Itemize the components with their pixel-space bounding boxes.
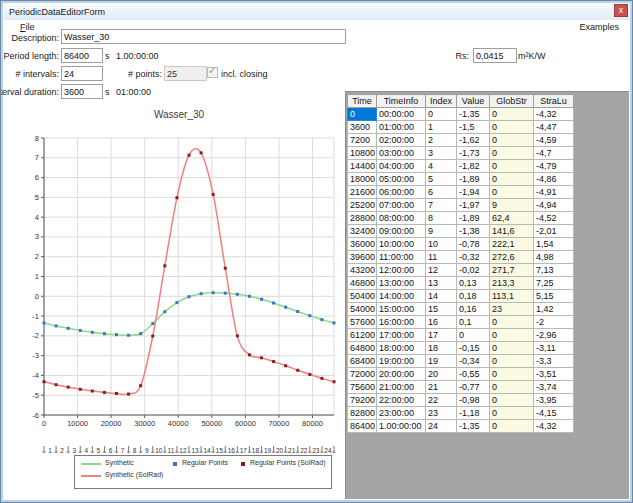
table-cell[interactable]: 1.00:00:00 (377, 420, 426, 433)
table-cell[interactable]: 18:00:00 (377, 342, 426, 355)
table-cell[interactable]: -4,32 (534, 420, 574, 433)
table-cell[interactable]: 43200 (348, 264, 377, 277)
table-cell[interactable]: 9 (490, 199, 534, 212)
table-cell[interactable]: 1,54 (534, 238, 574, 251)
menu-item-file[interactable]: File (20, 22, 35, 32)
table-cell[interactable]: 3600 (348, 121, 377, 134)
num-intervals-input[interactable] (61, 66, 103, 81)
table-cell[interactable]: 21:00:00 (377, 381, 426, 394)
table-cell[interactable]: 12 (426, 264, 457, 277)
table-cell[interactable]: 22:00:00 (377, 394, 426, 407)
table-cell[interactable]: 61200 (348, 329, 377, 342)
table-cell[interactable]: 141,6 (490, 225, 534, 238)
table-cell[interactable]: 0 (457, 329, 490, 342)
table-cell[interactable]: -1,82 (457, 160, 490, 173)
table-cell[interactable]: -4,86 (534, 173, 574, 186)
table-cell[interactable]: 0 (490, 147, 534, 160)
table-cell[interactable]: 7200 (348, 134, 377, 147)
table-cell[interactable]: 10:00:00 (377, 238, 426, 251)
table-cell[interactable]: 0,1 (457, 316, 490, 329)
table-cell[interactable]: 10 (426, 238, 457, 251)
column-header-time[interactable]: Time (348, 95, 377, 108)
table-cell[interactable]: 22 (426, 394, 457, 407)
table-cell[interactable]: 0 (490, 394, 534, 407)
table-cell[interactable]: 62,4 (490, 212, 534, 225)
table-cell[interactable]: 0 (490, 368, 534, 381)
table-cell[interactable]: -1,89 (457, 212, 490, 225)
table-cell[interactable]: -3,74 (534, 381, 574, 394)
table-cell[interactable]: 57600 (348, 316, 377, 329)
table-cell[interactable]: 271,7 (490, 264, 534, 277)
table-cell[interactable]: -1,89 (457, 173, 490, 186)
table-cell[interactable]: 0 (490, 160, 534, 173)
table-cell[interactable]: -4,91 (534, 186, 574, 199)
table-cell[interactable]: -1,35 (457, 420, 490, 433)
table-cell[interactable]: 19:00:00 (377, 355, 426, 368)
table-cell[interactable]: -0,02 (457, 264, 490, 277)
description-input[interactable] (61, 29, 346, 44)
table-cell[interactable]: 0 (490, 407, 534, 420)
column-header-stralu[interactable]: StraLu (534, 95, 574, 108)
table-cell[interactable]: 7,13 (534, 264, 574, 277)
table-cell[interactable]: 7 (426, 199, 457, 212)
table-cell[interactable]: -1,73 (457, 147, 490, 160)
table-cell[interactable]: 03:00:00 (377, 147, 426, 160)
table-cell[interactable]: -0,32 (457, 251, 490, 264)
table-cell[interactable]: -1,5 (457, 121, 490, 134)
table-cell[interactable]: 4 (426, 160, 457, 173)
table-cell[interactable]: 113,1 (490, 290, 534, 303)
close-button[interactable]: x (614, 4, 628, 17)
table-cell[interactable]: 36000 (348, 238, 377, 251)
table-cell[interactable]: -1,18 (457, 407, 490, 420)
table-cell[interactable]: 20 (426, 368, 457, 381)
table-cell[interactable]: -4,32 (534, 108, 574, 121)
column-header-globstr[interactable]: GlobStr (490, 95, 534, 108)
table-cell[interactable]: 0 (490, 186, 534, 199)
table-cell[interactable]: 08:00:00 (377, 212, 426, 225)
table-cell[interactable]: 0 (490, 108, 534, 121)
table-cell[interactable]: 0 (490, 173, 534, 186)
table-cell[interactable]: 213,3 (490, 277, 534, 290)
table-cell[interactable]: 0 (348, 108, 377, 121)
rs-input[interactable] (473, 48, 517, 63)
table-cell[interactable]: 39600 (348, 251, 377, 264)
table-cell[interactable]: 3 (426, 147, 457, 160)
table-cell[interactable]: -3,3 (534, 355, 574, 368)
table-cell[interactable]: 15 (426, 303, 457, 316)
table-cell[interactable]: 14 (426, 290, 457, 303)
table-cell[interactable]: 07:00:00 (377, 199, 426, 212)
table-cell[interactable]: 5,15 (534, 290, 574, 303)
table-cell[interactable]: 18 (426, 342, 457, 355)
table-cell[interactable]: 32400 (348, 225, 377, 238)
table-cell[interactable]: -1,38 (457, 225, 490, 238)
table-cell[interactable]: 0 (426, 108, 457, 121)
table-cell[interactable]: 21600 (348, 186, 377, 199)
table-cell[interactable]: 01:00:00 (377, 121, 426, 134)
table-cell[interactable]: -3,95 (534, 394, 574, 407)
table-cell[interactable]: -3,51 (534, 368, 574, 381)
table-cell[interactable]: -4,52 (534, 212, 574, 225)
table-cell[interactable]: -4,94 (534, 199, 574, 212)
table-cell[interactable]: 16:00:00 (377, 316, 426, 329)
table-cell[interactable]: 11 (426, 251, 457, 264)
table-cell[interactable]: 24 (426, 420, 457, 433)
title-bar[interactable]: PeriodicDataEditorForm x (4, 4, 629, 20)
data-grid[interactable]: TimeTimeInfoIndexValueGlobStrStraLu000:0… (347, 94, 574, 433)
table-cell[interactable]: 02:00:00 (377, 134, 426, 147)
table-cell[interactable]: -4,47 (534, 121, 574, 134)
table-cell[interactable]: 12:00:00 (377, 264, 426, 277)
table-cell[interactable]: 9 (426, 225, 457, 238)
table-cell[interactable]: -1,62 (457, 134, 490, 147)
table-cell[interactable]: 0 (490, 355, 534, 368)
table-cell[interactable]: 14400 (348, 160, 377, 173)
table-cell[interactable]: 0,18 (457, 290, 490, 303)
table-cell[interactable]: 2 (426, 134, 457, 147)
table-cell[interactable]: 0 (490, 381, 534, 394)
table-cell[interactable]: 64800 (348, 342, 377, 355)
table-cell[interactable]: 06:00:00 (377, 186, 426, 199)
table-cell[interactable]: -4,15 (534, 407, 574, 420)
table-cell[interactable]: -2,01 (534, 225, 574, 238)
table-cell[interactable]: 10800 (348, 147, 377, 160)
table-cell[interactable]: 11:00:00 (377, 251, 426, 264)
table-cell[interactable]: -2 (534, 316, 574, 329)
